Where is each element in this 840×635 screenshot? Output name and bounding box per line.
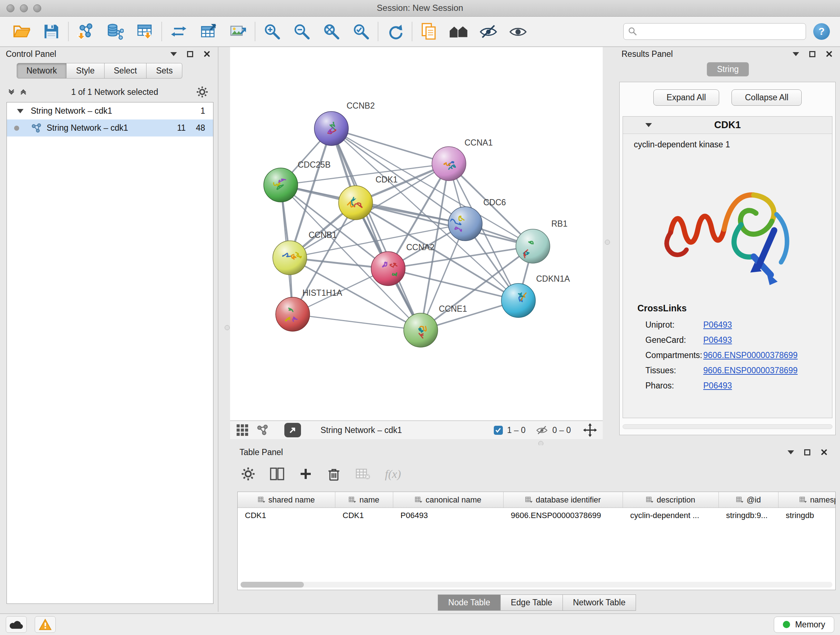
network-edge[interactable] (332, 128, 421, 330)
network-node[interactable] (371, 252, 405, 286)
network-edge[interactable] (293, 314, 421, 330)
close-panel-icon[interactable] (203, 50, 210, 57)
minimize-window-button[interactable] (20, 4, 28, 12)
network-edge[interactable] (332, 128, 449, 164)
export-table-button[interactable] (198, 21, 218, 42)
column-header[interactable]: name (335, 492, 393, 508)
hide-selected-button[interactable] (478, 21, 499, 42)
cloud-status-button[interactable] (6, 616, 27, 633)
zoom-out-button[interactable] (292, 21, 312, 42)
gene-section-header[interactable]: CDK1 (623, 117, 832, 134)
selected-checkbox-icon[interactable] (494, 426, 503, 435)
pan-crosshair-icon[interactable] (583, 423, 597, 437)
tree-expand-icon[interactable] (17, 109, 24, 113)
column-header[interactable]: database identifier (504, 492, 623, 508)
column-header[interactable]: shared name (238, 492, 335, 508)
network-node[interactable] (264, 168, 298, 202)
crosslink-link[interactable]: P06493 (703, 318, 732, 331)
show-all-button[interactable] (508, 21, 528, 42)
tab-string[interactable]: String (707, 62, 749, 76)
close-window-button[interactable] (6, 4, 14, 12)
expand-all-icon[interactable] (21, 90, 25, 94)
tab-style[interactable]: Style (66, 63, 104, 79)
column-header[interactable]: description (623, 492, 719, 508)
float-panel-icon[interactable] (187, 51, 193, 57)
network-options-gear-icon[interactable] (196, 86, 208, 98)
save-session-button[interactable] (41, 21, 62, 42)
table-cell[interactable]: cyclin-dependent ... (623, 511, 719, 520)
table-cell[interactable]: P06493 (393, 511, 504, 520)
crosslink-link[interactable]: P06493 (703, 333, 732, 347)
network-node[interactable] (404, 313, 438, 347)
tab-node-table[interactable]: Node Table (438, 594, 501, 611)
collapse-all-icon[interactable] (9, 90, 13, 94)
network-node[interactable] (501, 283, 535, 318)
network-graph[interactable]: CCNB2CCNA1CDC25BCDK1CDC6RB1CCNB1CCNA2CDK… (230, 47, 603, 420)
close-panel-icon[interactable] (826, 50, 833, 57)
houses-button[interactable] (448, 21, 469, 42)
network-collection-row[interactable]: String Network – cdk1 1 (7, 103, 213, 119)
table-row[interactable]: CDK1CDK1P064939606.ENSP00000378699cyclin… (238, 508, 835, 523)
network-node[interactable] (339, 186, 373, 220)
table-cell[interactable]: stringdb (778, 511, 836, 520)
import-network-database-button[interactable] (105, 21, 125, 42)
splitter-handle[interactable] (225, 325, 230, 330)
network-node[interactable] (276, 297, 309, 331)
tab-edge-table[interactable]: Edge Table (501, 594, 563, 611)
table-options-gear-icon[interactable] (241, 467, 256, 481)
add-column-icon[interactable] (299, 467, 313, 481)
network-search-input[interactable] (641, 27, 801, 36)
panel-menu-icon[interactable] (171, 52, 177, 56)
warnings-button[interactable] (35, 616, 56, 633)
copy-document-button[interactable] (419, 21, 439, 42)
panel-menu-icon[interactable] (793, 52, 799, 56)
expand-all-button[interactable]: Expand All (653, 89, 720, 106)
import-network-file-button[interactable] (75, 21, 95, 42)
tab-select[interactable]: Select (104, 63, 147, 79)
open-in-window-button[interactable] (284, 423, 301, 437)
network-canvas[interactable]: CCNB2CCNA1CDC25BCDK1CDC6RB1CCNB1CCNA2CDK… (230, 47, 603, 420)
crosslink-link[interactable]: 9606.ENSP00000378699 (703, 364, 798, 377)
scrollbar-thumb[interactable] (240, 582, 304, 587)
delete-column-trash-icon[interactable] (327, 467, 341, 481)
collapse-section-icon[interactable] (645, 123, 652, 127)
network-glyph-icon[interactable] (256, 424, 268, 436)
table-cell[interactable]: CDK1 (335, 511, 393, 520)
crosslink-link[interactable]: P06493 (703, 379, 732, 392)
zoom-in-button[interactable] (262, 21, 282, 42)
memory-button[interactable]: Memory (774, 616, 834, 633)
float-panel-icon[interactable] (809, 51, 815, 57)
table-cell[interactable]: 9606.ENSP00000378699 (504, 511, 623, 520)
import-table-button[interactable] (134, 21, 155, 42)
column-header[interactable]: @id (719, 492, 778, 508)
zoom-selected-button[interactable] (351, 21, 371, 42)
network-node[interactable] (314, 111, 348, 146)
tab-network[interactable]: Network (17, 63, 66, 79)
table-horizontal-scrollbar[interactable] (240, 582, 832, 587)
tab-network-table[interactable]: Network Table (563, 594, 636, 611)
open-session-button[interactable] (11, 21, 32, 42)
collapse-all-button[interactable]: Collapse All (731, 89, 802, 106)
column-header[interactable]: canonical name (393, 492, 504, 508)
zoom-window-button[interactable] (33, 4, 41, 12)
birds-eye-grid-icon[interactable] (236, 424, 249, 437)
results-horizontal-scrollbar[interactable] (622, 424, 832, 429)
network-node[interactable] (448, 207, 482, 241)
export-image-button[interactable] (228, 21, 248, 42)
hidden-eye-slash-icon[interactable] (536, 425, 548, 435)
crosslink-link[interactable]: 9606.ENSP00000378699 (703, 348, 798, 362)
panel-menu-icon[interactable] (788, 450, 794, 454)
close-panel-icon[interactable] (821, 448, 828, 456)
float-panel-icon[interactable] (804, 449, 810, 455)
network-node[interactable] (516, 229, 550, 263)
network-node[interactable] (432, 147, 466, 181)
network-row[interactable]: String Network – cdk1 11 48 (7, 119, 213, 136)
zoom-fit-button[interactable] (321, 21, 341, 42)
splitter-handle[interactable] (605, 240, 610, 245)
table-cell[interactable]: CDK1 (238, 511, 335, 520)
network-node[interactable] (273, 241, 307, 275)
refresh-button[interactable] (385, 21, 405, 42)
tab-sets[interactable]: Sets (147, 63, 182, 79)
show-columns-icon[interactable] (270, 467, 284, 481)
column-header[interactable]: namespace (778, 492, 836, 508)
